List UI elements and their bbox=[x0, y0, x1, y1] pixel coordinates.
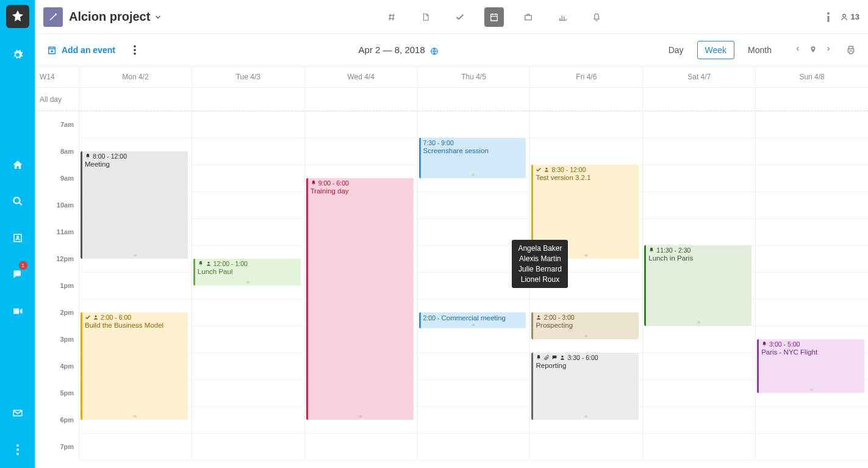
briefcase-view-icon[interactable] bbox=[518, 7, 538, 27]
search-icon[interactable] bbox=[7, 190, 29, 212]
calendar-event[interactable]: 3:30 - 6:00Reporting= bbox=[531, 353, 639, 420]
chart-view-icon[interactable] bbox=[553, 7, 572, 27]
day-view-button[interactable]: Day bbox=[661, 41, 691, 59]
hour-label: 2pm bbox=[60, 309, 74, 316]
check-icon bbox=[536, 167, 542, 173]
view-switcher bbox=[162, 7, 826, 27]
calendar-event[interactable]: 12:00 - 1:00Lunch Paul= bbox=[193, 259, 301, 286]
day-header[interactable]: Wed 4/4 bbox=[304, 67, 417, 87]
calendar-event[interactable]: 2:00 - 3:00Prospecting= bbox=[531, 312, 639, 339]
day-header[interactable]: Thu 4/5 bbox=[417, 67, 530, 87]
event-title: Training day bbox=[310, 187, 411, 195]
event-time: 2:00 - bbox=[423, 314, 440, 322]
event-time: 9:00 - 6:00 bbox=[318, 179, 349, 187]
allday-cell[interactable] bbox=[755, 88, 868, 110]
mail-icon[interactable] bbox=[7, 402, 29, 424]
day-header[interactable]: Tue 4/3 bbox=[192, 67, 304, 87]
allday-cell[interactable] bbox=[192, 88, 304, 110]
bell-icon bbox=[85, 153, 91, 159]
hour-label: 10am bbox=[57, 201, 74, 209]
hour-label: 7am bbox=[60, 121, 74, 128]
project-name[interactable]: Alcion project bbox=[69, 10, 150, 24]
info-icon[interactable] bbox=[827, 12, 830, 22]
day-column[interactable]: 9:00 - 6:00Training day= bbox=[304, 111, 417, 460]
file-view-icon[interactable] bbox=[416, 7, 436, 27]
days-header: W14 Mon 4/2 Tue 4/3 Wed 4/4 Thu 4/5 Fri … bbox=[35, 66, 868, 88]
event-title: Screenshare session bbox=[423, 147, 524, 154]
video-icon[interactable] bbox=[7, 300, 29, 322]
event-time: 12:00 - 1:00 bbox=[213, 260, 248, 267]
event-time: 8:30 - 12:00 bbox=[551, 166, 586, 173]
calendar-event[interactable]: 7:30 - 9:00Screenshare session= bbox=[419, 138, 526, 178]
hour-label: 12pm bbox=[56, 255, 74, 262]
event-time: 3:30 - 6:00 bbox=[567, 354, 598, 361]
chat-icon[interactable]: 1 bbox=[7, 264, 29, 286]
day-column[interactable]: 11:30 - 2:30Lunch in Paris= bbox=[642, 111, 755, 460]
event-time: 11:30 - 2:30 bbox=[656, 247, 690, 254]
print-icon[interactable] bbox=[846, 45, 856, 55]
app-logo[interactable] bbox=[6, 5, 29, 28]
hour-label: 4pm bbox=[60, 362, 74, 370]
calendar-event[interactable]: 11:30 - 2:30Lunch in Paris= bbox=[644, 245, 751, 326]
hour-label: 9am bbox=[60, 175, 74, 182]
hour-label: 8am bbox=[60, 148, 74, 155]
user-icon bbox=[536, 314, 542, 320]
day-header[interactable]: Sat 4/7 bbox=[642, 67, 755, 87]
hash-view-icon[interactable] bbox=[382, 7, 401, 27]
event-title: Meeting bbox=[85, 160, 185, 168]
location-icon[interactable] bbox=[809, 45, 817, 55]
allday-cell[interactable] bbox=[304, 88, 417, 110]
allday-cell[interactable] bbox=[417, 88, 530, 110]
subbar: Add an event Apr 2 — 8, 2018 Day Week Mo… bbox=[35, 34, 868, 66]
contacts-icon[interactable] bbox=[7, 227, 29, 249]
calendar-event[interactable]: 2:00 - 6:00Build the Business Model= bbox=[81, 312, 188, 420]
tooltip-line: Angela Baker bbox=[518, 243, 562, 254]
allday-cell[interactable] bbox=[529, 88, 642, 110]
add-event-button[interactable]: Add an event bbox=[47, 45, 115, 55]
hour-label: 6pm bbox=[60, 416, 74, 423]
svg-point-3 bbox=[827, 12, 830, 15]
event-time: 2:00 - 3:00 bbox=[543, 314, 574, 321]
chat-icon bbox=[551, 355, 558, 361]
calendar-event[interactable]: 2:00 - Commercial meeting= bbox=[419, 312, 526, 328]
event-title: Lunch in Paris bbox=[648, 254, 749, 262]
attendees-tooltip: Angela BakerAlexis MartinJulie BernardLi… bbox=[512, 240, 568, 288]
home-icon[interactable] bbox=[7, 154, 29, 176]
event-title: Commercial meeting bbox=[441, 314, 505, 322]
more-icon[interactable] bbox=[7, 439, 29, 461]
day-header[interactable]: Mon 4/2 bbox=[79, 67, 192, 87]
tasks-view-icon[interactable] bbox=[450, 7, 470, 27]
next-button[interactable] bbox=[825, 45, 831, 55]
day-header[interactable]: Sun 4/8 bbox=[755, 67, 868, 87]
svg-point-0 bbox=[16, 444, 19, 447]
calendar-event[interactable]: 9:00 - 6:00Training day= bbox=[306, 178, 414, 420]
topbar: Alcion project 13 bbox=[35, 0, 868, 34]
tooltip-line: Alexis Martin bbox=[518, 254, 562, 264]
bell-view-icon[interactable] bbox=[587, 7, 606, 27]
day-header[interactable]: Fri 4/6 bbox=[529, 67, 642, 87]
calendar-event[interactable]: 3:00 - 5:00Paris - NYC Flight= bbox=[757, 339, 864, 393]
event-title: Prospecting bbox=[536, 322, 636, 329]
allday-cell[interactable] bbox=[79, 88, 192, 110]
allday-cell[interactable] bbox=[642, 88, 755, 110]
calendar-event[interactable]: 8:00 - 12:00Meeting= bbox=[81, 151, 188, 259]
event-time: 2:00 - 6:00 bbox=[101, 314, 131, 321]
svg-rect-4 bbox=[827, 16, 829, 22]
day-column[interactable]: 3:00 - 5:00Paris - NYC Flight= bbox=[755, 111, 868, 460]
day-column[interactable]: 8:00 - 12:00Meeting=2:00 - 6:00Build the… bbox=[79, 111, 192, 460]
day-column[interactable]: 12:00 - 1:00Lunch Paul= bbox=[192, 111, 304, 460]
day-column[interactable]: 8:30 - 12:00Test version 3.2.1=2:00 - 3:… bbox=[529, 111, 642, 460]
prev-button[interactable] bbox=[795, 45, 801, 55]
calendar-view-icon[interactable] bbox=[484, 7, 504, 27]
month-view-button[interactable]: Month bbox=[741, 41, 779, 59]
globe-icon[interactable] bbox=[430, 47, 439, 56]
settings-icon[interactable] bbox=[7, 44, 29, 66]
user-count[interactable]: 13 bbox=[840, 12, 859, 22]
tooltip-line: Julie Bernard bbox=[518, 264, 562, 275]
project-icon[interactable] bbox=[43, 7, 63, 27]
user-icon bbox=[559, 355, 565, 361]
week-view-button[interactable]: Week bbox=[697, 41, 735, 59]
user-icon bbox=[93, 314, 99, 320]
calendar-scrollarea[interactable]: 7am8am9am10am11am12pm1pm2pm3pm4pm5pm6pm7… bbox=[35, 111, 868, 468]
chevron-down-icon[interactable] bbox=[154, 13, 162, 21]
